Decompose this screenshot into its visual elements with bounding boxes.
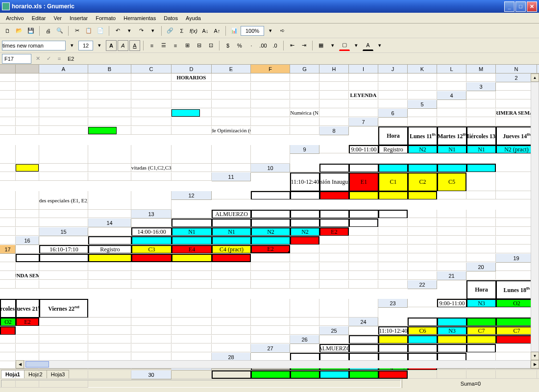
cell-F24[interactable]: [0, 326, 16, 335]
cell-G2[interactable]: [212, 82, 251, 91]
cell-L24[interactable]: [212, 326, 251, 335]
cell-M26[interactable]: [172, 344, 212, 352]
cell-H30[interactable]: [437, 370, 466, 379]
cell-B13[interactable]: [251, 210, 290, 218]
cell-E20[interactable]: [88, 271, 131, 280]
cell-D13[interactable]: [319, 210, 349, 218]
cell-B12[interactable]: [290, 191, 319, 199]
align-center-icon[interactable]: ☰: [158, 40, 169, 51]
cell-H7[interactable]: [39, 126, 88, 135]
cell-L23[interactable]: [251, 318, 290, 326]
cell-K30[interactable]: [537, 370, 539, 379]
cell-K8[interactable]: [131, 145, 172, 164]
bold-icon[interactable]: A: [106, 40, 117, 51]
cell-N10[interactable]: [172, 172, 212, 181]
cell-C1[interactable]: [88, 74, 131, 82]
cell-N19[interactable]: [437, 263, 466, 271]
cell-N11[interactable]: [131, 191, 172, 210]
cell-K20[interactable]: [319, 271, 349, 280]
cell-J30[interactable]: [496, 370, 537, 379]
cell-F13[interactable]: [378, 210, 408, 218]
cell-G22[interactable]: [88, 299, 131, 318]
vertical-scrollbar[interactable]: ▲ ▼: [531, 74, 539, 360]
cell-F10[interactable]: [466, 164, 496, 172]
cell-C7[interactable]: [466, 118, 496, 126]
row-header-11[interactable]: 11: [212, 172, 251, 181]
cell-gutter-14[interactable]: [131, 219, 172, 227]
cell-J18[interactable]: [349, 254, 378, 262]
cell-I19[interactable]: [290, 263, 319, 271]
row-header-5[interactable]: 5: [408, 100, 437, 109]
cell-L10[interactable]: [88, 172, 131, 181]
cell-M8[interactable]: [212, 145, 251, 164]
cell-F1[interactable]: [212, 74, 251, 82]
cell-H1[interactable]: [290, 74, 319, 82]
cell-M17[interactable]: [466, 245, 496, 253]
cell-G15[interactable]: [349, 227, 378, 236]
cell-M20[interactable]: [378, 271, 408, 280]
cell-F22[interactable]: Viernes 22nd: [39, 299, 88, 318]
font-color-dropdown-icon[interactable]: ▾: [374, 40, 385, 51]
cell-I13[interactable]: [466, 210, 496, 218]
row-header-3[interactable]: 3: [466, 82, 496, 91]
copy-icon[interactable]: 📋: [83, 25, 94, 36]
cell-B15[interactable]: N1: [172, 227, 212, 236]
cell-J11[interactable]: [0, 191, 16, 210]
cell-E10[interactable]: [437, 164, 466, 172]
align-left-icon[interactable]: ≡: [147, 40, 157, 51]
cell-J7[interactable]: [131, 126, 172, 135]
cell-A26[interactable]: [349, 335, 378, 343]
cell-gutter-25[interactable]: [349, 326, 378, 335]
cell-E4[interactable]: [39, 100, 88, 108]
cell-L18[interactable]: [408, 254, 437, 262]
cell-N25[interactable]: [251, 335, 290, 343]
cell-M25[interactable]: [212, 335, 251, 343]
cell-G12[interactable]: [437, 191, 466, 199]
cell-K21[interactable]: [290, 280, 319, 289]
cell-N9[interactable]: [212, 164, 251, 172]
cell-N26[interactable]: [212, 344, 251, 352]
cell-L16[interactable]: [466, 236, 496, 245]
cell-F5[interactable]: [39, 109, 88, 117]
cell-D18[interactable]: [131, 254, 172, 262]
cell-E9[interactable]: N1: [466, 145, 496, 153]
cell-I14[interactable]: [437, 219, 466, 227]
cell-M13[interactable]: [16, 219, 39, 227]
cell-F2[interactable]: [172, 82, 212, 91]
cell-gutter-21[interactable]: [466, 271, 496, 280]
cell-C30[interactable]: [290, 370, 319, 379]
cell-D22[interactable]: Miércoles 20th: [0, 299, 16, 318]
cell-K7[interactable]: [172, 126, 212, 135]
cell-L26[interactable]: [131, 344, 172, 352]
col-header-A[interactable]: A: [39, 65, 88, 74]
col-header-B[interactable]: B: [88, 65, 131, 74]
cell-G1[interactable]: [251, 74, 290, 82]
select-all-corner[interactable]: [0, 65, 16, 74]
cell-gutter-23[interactable]: [408, 299, 437, 307]
cell-K25[interactable]: [131, 335, 172, 343]
indent-dec-icon[interactable]: ⇤: [287, 40, 297, 51]
cell-M11[interactable]: [88, 191, 131, 210]
cell-E15[interactable]: N2: [290, 227, 319, 236]
col-header-J[interactable]: J: [378, 65, 408, 74]
cell-J1[interactable]: [349, 74, 378, 82]
cell-M21[interactable]: [349, 280, 378, 289]
cell-J5[interactable]: [212, 109, 251, 117]
scroll-down-icon[interactable]: ▼: [531, 352, 539, 360]
cell-H22[interactable]: [131, 299, 172, 318]
cell-D26[interactable]: [437, 335, 466, 343]
cell-A25[interactable]: 11:10-12:40: [378, 326, 408, 335]
cell-H20[interactable]: [212, 271, 251, 280]
cell-J9[interactable]: [39, 164, 88, 172]
cell-M29[interactable]: [39, 370, 88, 379]
cell-gutter-4[interactable]: [466, 91, 496, 99]
cell-K15[interactable]: [466, 227, 496, 236]
cut-icon[interactable]: ✂: [72, 25, 82, 36]
col-header-I[interactable]: I: [349, 65, 378, 74]
cell-J21[interactable]: [251, 280, 290, 289]
cell-I3[interactable]: [251, 91, 290, 99]
cell-N18[interactable]: [466, 254, 496, 262]
cell-G20[interactable]: [172, 271, 212, 280]
cell-G8[interactable]: [0, 145, 16, 164]
cell-I16[interactable]: [378, 236, 408, 245]
